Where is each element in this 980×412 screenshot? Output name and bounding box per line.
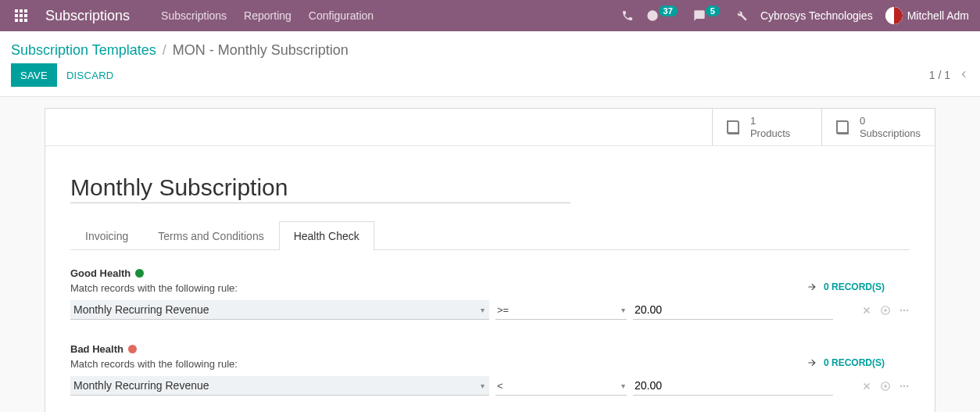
nav-right: 37 5 Cybrosys Technologies Mitchell Adm [621, 7, 969, 24]
good-rule-text: Match records with the following rule: [70, 282, 910, 294]
debug-button[interactable] [735, 9, 748, 22]
sheet-inner: Monthly Subscription Invoicing Terms and… [45, 146, 935, 412]
top-nav: Subscriptions Subscriptions Reporting Co… [0, 0, 980, 31]
nav-item-subscriptions[interactable]: Subscriptions [161, 9, 227, 22]
delete-icon[interactable] [861, 381, 872, 392]
more-icon[interactable] [899, 305, 910, 316]
bad-rule-row: Monthly Recurring Revenue ▾ < ▾ [70, 376, 910, 396]
user-menu[interactable]: Mitchell Adm [885, 7, 969, 24]
svg-point-5 [900, 385, 902, 387]
stat-products-count: 1 [750, 115, 790, 127]
good-field-select[interactable]: Monthly Recurring Revenue ▾ [70, 300, 489, 320]
apps-menu-button[interactable] [11, 5, 31, 26]
good-rule-row: Monthly Recurring Revenue ▾ >= ▾ [70, 300, 910, 320]
dot-red-icon [128, 345, 137, 353]
pager: 1 / 1 [929, 69, 969, 82]
bad-value-input[interactable] [633, 376, 833, 396]
good-health-header: Good Health [70, 267, 910, 279]
save-button[interactable]: SAVE [11, 63, 57, 87]
caret-down-icon: ▾ [621, 306, 625, 314]
apps-icon [15, 9, 27, 22]
caret-down-icon: ▾ [481, 306, 485, 314]
arrow-right-icon [807, 357, 817, 368]
stat-subscriptions-count: 0 [860, 115, 921, 127]
wrench-icon [735, 9, 748, 22]
pager-text: 1 / 1 [929, 69, 950, 81]
stat-subscriptions-label: Subscriptions [860, 127, 921, 140]
good-value-input[interactable] [633, 300, 833, 320]
bad-health-section: Bad Health Match records with the follow… [70, 343, 910, 396]
tab-invoicing[interactable]: Invoicing [70, 221, 143, 250]
stat-subscriptions[interactable]: 0 Subscriptions [821, 109, 935, 145]
bad-field-select[interactable]: Monthly Recurring Revenue ▾ [70, 376, 489, 396]
title-wrap: Monthly Subscription [70, 174, 570, 203]
good-operator-value: >= [497, 304, 509, 316]
activity-count: 37 [659, 5, 678, 16]
avatar [885, 7, 903, 24]
clock-icon [646, 9, 659, 22]
bad-records-text: 0 RECORD(S) [824, 357, 885, 368]
arrow-right-icon [807, 281, 817, 292]
book-icon [724, 118, 742, 137]
tabs: Invoicing Terms and Conditions Health Ch… [70, 220, 910, 250]
activity-button[interactable]: 37 [646, 9, 681, 22]
app-brand: Subscriptions [45, 8, 130, 24]
nav-menu: Subscriptions Reporting Configuration [161, 9, 374, 22]
breadcrumb-separator: / [163, 42, 166, 59]
bad-health-label: Bad Health [70, 343, 123, 355]
phone-button[interactable] [621, 9, 634, 22]
chevron-left-icon [958, 69, 969, 80]
nav-item-reporting[interactable]: Reporting [244, 9, 291, 22]
breadcrumb: Subscription Templates / MON - Monthly S… [0, 31, 980, 63]
stat-buttons: 1 Products 0 Subscriptions [45, 109, 935, 146]
bad-health-header: Bad Health [70, 343, 910, 355]
bad-operator-select[interactable]: < ▾ [495, 377, 627, 396]
stat-subscriptions-text: 0 Subscriptions [860, 115, 921, 139]
svg-point-1 [900, 310, 902, 311]
more-icon[interactable] [899, 381, 910, 392]
stat-products[interactable]: 1 Products [712, 109, 821, 145]
bad-operator-value: < [497, 380, 503, 392]
stat-products-label: Products [750, 127, 790, 140]
good-row-actions [861, 305, 910, 316]
delete-icon[interactable] [861, 305, 872, 316]
breadcrumb-current: MON - Monthly Subscription [173, 42, 349, 59]
dot-green-icon [135, 269, 144, 278]
form-area: 1 Products 0 Subscriptions Monthly Subsc… [0, 97, 980, 412]
chat-icon [693, 9, 706, 22]
nav-item-configuration[interactable]: Configuration [309, 9, 374, 22]
record-title[interactable]: Monthly Subscription [70, 174, 570, 201]
tab-content-health: Good Health Match records with the follo… [70, 250, 910, 396]
add-icon[interactable] [880, 305, 891, 316]
book-icon [833, 118, 852, 137]
svg-point-3 [907, 310, 908, 311]
stat-products-text: 1 Products [750, 115, 790, 139]
good-operator-select[interactable]: >= ▾ [495, 301, 627, 320]
bad-records-link[interactable]: 0 RECORD(S) [807, 357, 885, 368]
message-count: 5 [706, 5, 720, 16]
tab-terms[interactable]: Terms and Conditions [143, 221, 278, 250]
company-switcher[interactable]: Cybrosys Technologies [760, 9, 873, 22]
breadcrumb-root[interactable]: Subscription Templates [11, 42, 156, 59]
good-records-text: 0 RECORD(S) [824, 281, 885, 292]
control-bar: Subscription Templates / MON - Monthly S… [0, 31, 980, 97]
messages-button[interactable]: 5 [693, 9, 723, 22]
discard-button[interactable]: DISCARD [57, 63, 123, 87]
bad-rule-text: Match records with the following rule: [70, 358, 910, 370]
svg-point-6 [903, 385, 905, 387]
good-health-section: Good Health Match records with the follo… [70, 267, 910, 320]
bad-row-actions [861, 381, 910, 392]
phone-icon [621, 9, 634, 22]
form-sheet: 1 Products 0 Subscriptions Monthly Subsc… [45, 108, 935, 412]
add-icon[interactable] [880, 381, 891, 392]
pager-prev[interactable] [958, 69, 969, 82]
tab-health-check[interactable]: Health Check [279, 221, 374, 250]
caret-down-icon: ▾ [481, 382, 485, 390]
svg-point-2 [903, 310, 905, 311]
good-field-value: Monthly Recurring Revenue [73, 303, 209, 316]
user-name: Mitchell Adm [907, 9, 969, 22]
caret-down-icon: ▾ [621, 382, 625, 390]
good-records-link[interactable]: 0 RECORD(S) [807, 281, 885, 292]
good-health-label: Good Health [70, 267, 131, 279]
svg-point-7 [907, 385, 908, 387]
